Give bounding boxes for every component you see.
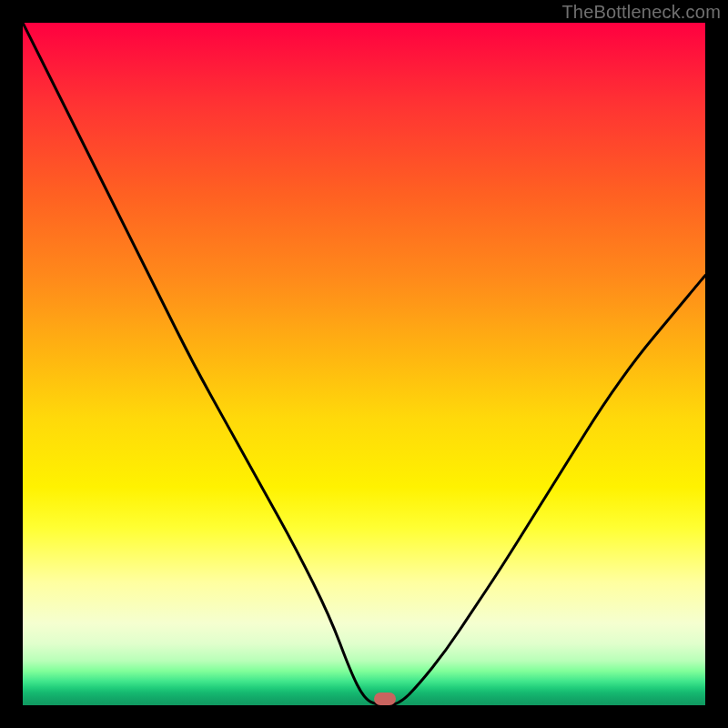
watermark-text: TheBottleneck.com bbox=[561, 2, 721, 23]
plot-area bbox=[23, 23, 705, 705]
optimal-point-marker bbox=[374, 693, 396, 705]
chart-frame: TheBottleneck.com bbox=[0, 0, 728, 728]
bottleneck-curve bbox=[23, 23, 705, 705]
